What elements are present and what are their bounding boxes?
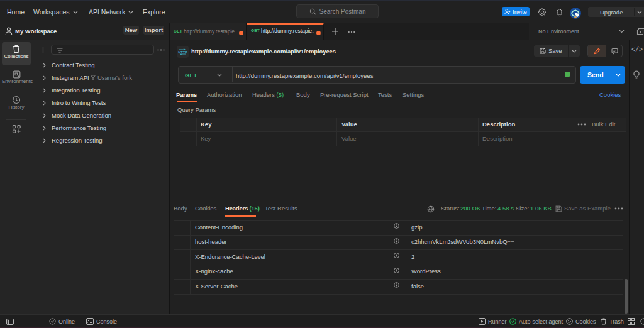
svg-text:HTTP: HTTP: [178, 50, 187, 54]
